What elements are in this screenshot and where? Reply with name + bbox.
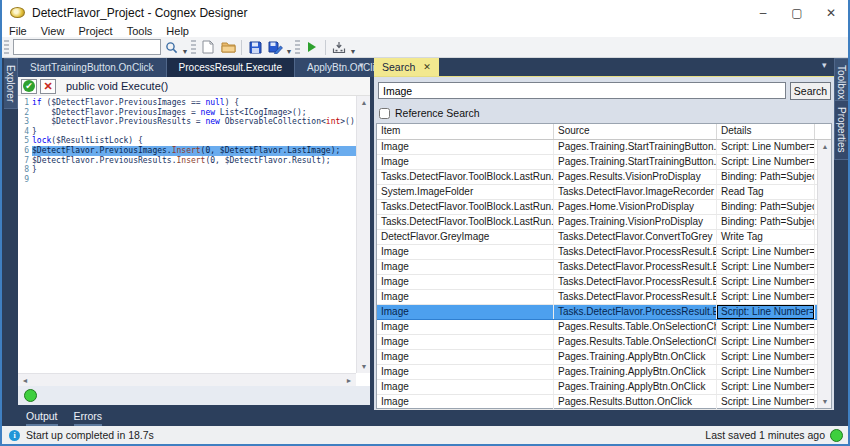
table-cell[interactable]: Write Tag — [717, 230, 815, 244]
accept-script-button[interactable]: ✔ — [21, 79, 37, 94]
cancel-script-button[interactable]: ✕ — [40, 79, 56, 94]
table-cell[interactable]: Image — [377, 275, 554, 289]
column-header-item[interactable]: Item — [377, 124, 554, 139]
table-cell[interactable]: Tasks.DetectFlavor.ToolBlock.LastRun.Cog… — [377, 200, 554, 214]
scroll-down-icon[interactable]: ▼ — [818, 395, 832, 408]
toolbar-grip[interactable] — [4, 40, 9, 54]
table-cell[interactable]: Script: Line Number=3 — [717, 395, 815, 409]
table-cell[interactable]: Image — [377, 320, 554, 334]
table-cell[interactable]: Script: Line Number=4 — [717, 320, 815, 334]
code-area[interactable]: 1if ($DetectFlavor.PreviousImages == nul… — [18, 96, 356, 373]
sidebar-tab-properties[interactable]: Properties — [834, 100, 848, 160]
table-cell[interactable]: Script: Line Number=10 — [717, 365, 815, 379]
scroll-up-icon[interactable]: ▲ — [357, 96, 371, 109]
table-row[interactable]: ImageTasks.DetectFlavor.ProcessResult.Ex… — [377, 305, 831, 320]
editor-tab[interactable]: ProcessResult.Execute — [167, 58, 295, 77]
table-row[interactable]: ImageTasks.DetectFlavor.ProcessResult.Ex… — [377, 290, 831, 305]
table-cell[interactable]: Pages.Results.VisionProDisplay — [554, 170, 717, 184]
table-cell[interactable]: Tasks.DetectFlavor.ProcessResult.Execute — [554, 260, 717, 274]
sidebar-tab-explorer[interactable]: Explorer — [4, 58, 18, 109]
output-tab-errors[interactable]: Errors — [74, 410, 103, 426]
table-row[interactable]: ImagePages.Training.StartTrainingButton.… — [377, 155, 831, 170]
toolbar-grip[interactable] — [295, 40, 300, 54]
search-query-input[interactable] — [378, 82, 786, 99]
table-row[interactable]: System.ImageFolderTasks.DetectFlavor.Ima… — [377, 185, 831, 200]
table-row[interactable]: Tasks.DetectFlavor.ToolBlock.LastRun.Cog… — [377, 170, 831, 185]
table-cell[interactable]: Pages.Training.ApplyBtn.OnClick — [554, 365, 717, 379]
table-cell[interactable]: Tasks.DetectFlavor.ToolBlock.LastRun.Cog… — [377, 170, 554, 184]
table-row[interactable]: ImageTasks.DetectFlavor.ProcessResult.Ex… — [377, 245, 831, 260]
table-cell[interactable]: Tasks.DetectFlavor.ConvertToGrey — [554, 230, 717, 244]
table-cell[interactable]: Image — [377, 260, 554, 274]
save-edit-icon[interactable] — [266, 39, 284, 56]
search-dropdown-icon[interactable]: ▼ — [181, 48, 189, 55]
table-vertical-scrollbar[interactable]: ▲ ▼ — [817, 140, 831, 408]
code-line[interactable]: 3 $DetectFlavor.PreviousResults = new Ob… — [18, 117, 356, 127]
table-cell[interactable]: Binding: Path=Subject — [717, 200, 815, 214]
code-line[interactable]: 8} — [18, 165, 356, 175]
table-cell[interactable]: Image — [377, 305, 554, 319]
table-cell[interactable]: Pages.Training.StartTrainingButton.OnCli… — [554, 155, 717, 169]
table-cell[interactable]: Image — [377, 245, 554, 259]
table-cell[interactable]: DetectFlavor.GreyImage — [377, 230, 554, 244]
code-line[interactable]: 6$DetectFlavor.PreviousImages.Insert(0, … — [18, 146, 356, 156]
table-cell[interactable]: Pages.Results.Table.OnSelectionChanged — [554, 320, 717, 334]
table-row[interactable]: ImagePages.Training.ApplyBtn.OnClickScri… — [377, 350, 831, 365]
table-cell[interactable]: Image — [377, 365, 554, 379]
search-tab-menu-icon[interactable]: ▾ — [822, 60, 827, 70]
table-cell[interactable]: Script: Line Number=6 — [717, 305, 815, 319]
table-cell[interactable]: Binding: Path=Subject — [717, 215, 815, 229]
table-cell[interactable]: Image — [377, 155, 554, 169]
maximize-button[interactable]: ▢ — [780, 0, 814, 25]
import-icon[interactable] — [330, 39, 348, 56]
column-header-source[interactable]: Source — [554, 124, 717, 139]
table-cell[interactable]: Tasks.DetectFlavor.ImageRecorder — [554, 185, 717, 199]
editor-horizontal-scrollbar[interactable]: ◄ ► — [18, 373, 356, 386]
scroll-down-icon[interactable]: ▼ — [357, 360, 371, 373]
column-header-details[interactable]: Details — [717, 124, 815, 139]
table-cell[interactable]: Pages.Training.ApplyBtn.OnClick — [554, 350, 717, 364]
minimize-button[interactable]: – — [746, 0, 780, 25]
close-button[interactable]: ✕ — [814, 0, 848, 25]
table-cell[interactable]: Script: Line Number=1 — [717, 245, 815, 259]
toolbar-search-input[interactable] — [13, 39, 161, 55]
reference-search-checkbox[interactable] — [379, 108, 390, 119]
table-row[interactable]: ImagePages.Results.Table.OnSelectionChan… — [377, 335, 831, 350]
scroll-up-icon[interactable]: ▲ — [818, 140, 832, 153]
table-cell[interactable]: Tasks.DetectFlavor.ProcessResult.Execute — [554, 305, 717, 319]
code-line[interactable]: 1if ($DetectFlavor.PreviousImages == nul… — [18, 98, 356, 108]
table-cell[interactable]: Pages.Training.ApplyBtn.OnClick — [554, 380, 717, 394]
table-cell[interactable]: Script: Line Number=10 — [717, 380, 815, 394]
table-row[interactable]: DetectFlavor.GreyImageTasks.DetectFlavor… — [377, 230, 831, 245]
table-row[interactable]: ImagePages.Results.Button.OnClickScript:… — [377, 395, 831, 410]
search-tab-close-icon[interactable]: ✕ — [423, 62, 431, 72]
toolbar-grip[interactable] — [191, 40, 196, 54]
table-cell[interactable]: Script: Line Number=12 — [717, 140, 815, 154]
editor-tab-menu-icon[interactable]: ▾ — [359, 60, 364, 70]
table-cell[interactable]: Script: Line Number=6 — [717, 290, 815, 304]
menu-project[interactable]: Project — [71, 25, 119, 37]
search-button[interactable]: Search — [790, 82, 831, 100]
table-cell[interactable]: Read Tag — [717, 185, 815, 199]
tab-search[interactable]: Search ✕ — [374, 58, 439, 76]
table-row[interactable]: ImagePages.Results.Table.OnSelectionChan… — [377, 320, 831, 335]
table-row[interactable]: ImagePages.Training.StartTrainingButton.… — [377, 140, 831, 155]
menu-view[interactable]: View — [34, 25, 72, 37]
save-icon[interactable] — [246, 39, 264, 56]
code-line[interactable]: 4} — [18, 127, 356, 137]
table-cell[interactable]: Tasks.DetectFlavor.ProcessResult.Execute — [554, 290, 717, 304]
table-row[interactable]: ImageTasks.DetectFlavor.ProcessResult.Ex… — [377, 275, 831, 290]
table-cell[interactable]: Script: Line Number=2 — [717, 275, 815, 289]
table-cell[interactable]: Image — [377, 395, 554, 409]
table-cell[interactable]: Pages.Training.VisionProDisplay — [554, 215, 717, 229]
table-row[interactable]: Tasks.DetectFlavor.ToolBlock.LastRun.Cog… — [377, 215, 831, 230]
search-icon[interactable] — [162, 39, 180, 56]
table-cell[interactable]: Tasks.DetectFlavor.ProcessResult.Execute — [554, 275, 717, 289]
table-row[interactable]: ImagePages.Training.ApplyBtn.OnClickScri… — [377, 365, 831, 380]
open-folder-icon[interactable] — [219, 39, 237, 56]
table-cell[interactable]: System.ImageFolder — [377, 185, 554, 199]
table-cell[interactable]: Image — [377, 380, 554, 394]
table-cell[interactable]: Pages.Results.Button.OnClick — [554, 395, 717, 409]
table-cell[interactable]: Tasks.DetectFlavor.ToolBlock.LastRun.Cog… — [377, 215, 554, 229]
editor-tab[interactable]: StartTrainingButton.OnClick — [18, 58, 167, 77]
